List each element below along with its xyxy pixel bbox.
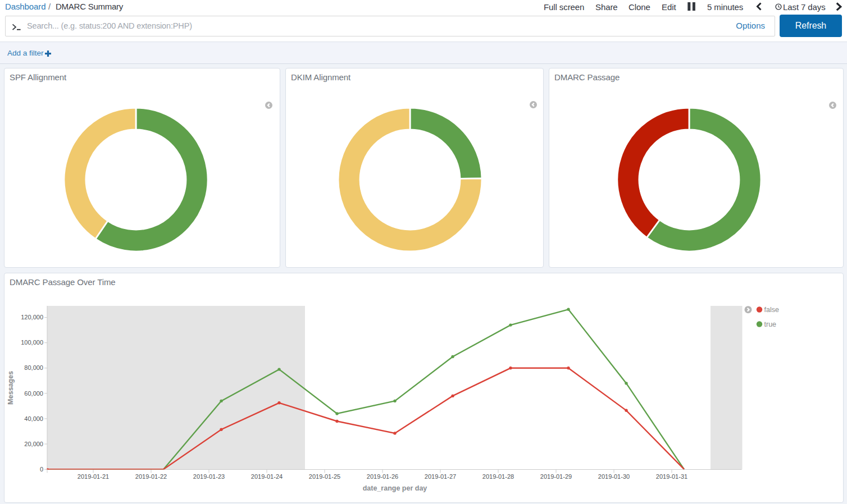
svg-text:20,000: 20,000 (24, 441, 43, 447)
svg-text:60,000: 60,000 (24, 390, 43, 397)
svg-text:40,000: 40,000 (24, 415, 43, 422)
svg-text:2019-01-22: 2019-01-22 (135, 473, 167, 480)
svg-text:2019-01-23: 2019-01-23 (193, 473, 225, 480)
svg-text:2019-01-31: 2019-01-31 (656, 473, 687, 480)
svg-text:120,000: 120,000 (21, 314, 43, 320)
svg-text:100,000: 100,000 (21, 339, 43, 346)
svg-text:2019-01-24: 2019-01-24 (251, 473, 283, 480)
svg-text:2019-01-26: 2019-01-26 (367, 473, 398, 480)
svg-text:date_range per day: date_range per day (363, 484, 427, 492)
svg-text:true: true (764, 320, 777, 328)
svg-text:2019-01-27: 2019-01-27 (425, 473, 456, 480)
svg-text:0: 0 (40, 466, 43, 473)
svg-text:2019-01-29: 2019-01-29 (540, 473, 572, 480)
svg-text:80,000: 80,000 (24, 364, 43, 371)
svg-text:2019-01-30: 2019-01-30 (598, 473, 630, 480)
svg-text:2019-01-21: 2019-01-21 (78, 473, 109, 480)
svg-text:2019-01-28: 2019-01-28 (482, 473, 514, 480)
svg-text:Messages: Messages (7, 371, 15, 405)
svg-text:2019-01-25: 2019-01-25 (309, 473, 340, 480)
svg-text:false: false (764, 306, 779, 314)
